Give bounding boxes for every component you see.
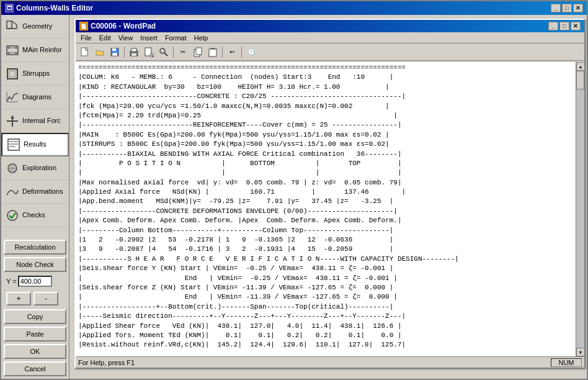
svg-rect-12	[9, 71, 16, 77]
menu-insert[interactable]: Insert	[136, 34, 161, 42]
stirrupps-label: Stirrupps	[22, 70, 50, 78]
scroll-up-arrow[interactable]: ▲	[576, 62, 584, 71]
inner-toolbar: ✂ ↩ 🕐	[76, 43, 584, 61]
sidebar-item-internal-force[interactable]: Internal Forc	[1, 109, 69, 133]
inner-menubar: File Edit View Insert Format Help	[76, 32, 584, 43]
sidebar-item-geometry[interactable]: Geometry	[1, 15, 69, 38]
open-button[interactable]	[93, 45, 107, 59]
plus-button[interactable]: +	[6, 292, 31, 305]
inner-close-button[interactable]: ✕	[571, 22, 581, 30]
cut-button[interactable]: ✂	[176, 45, 190, 59]
sidebar-item-stirrupps[interactable]: Stirrupps	[1, 62, 69, 86]
stirrupps-icon	[5, 66, 20, 81]
svg-rect-29	[112, 48, 116, 51]
diagrams-label: Diagrams	[22, 93, 51, 101]
svg-line-2	[12, 21, 17, 25]
sidebar-item-main-reinfor[interactable]: MAin Reinfor	[1, 38, 69, 62]
scroll-down-arrow[interactable]: ▼	[576, 348, 584, 356]
outer-titlebar: 🗔 Columns-Walls Editor _ □ ✕	[1, 1, 587, 15]
close-button[interactable]: ✕	[573, 4, 583, 12]
geometry-icon	[5, 19, 20, 34]
inner-titlebar: 📄 C00006 - WordPad _ □ ✕	[76, 20, 584, 32]
outer-window: 🗔 Columns-Walls Editor _ □ ✕ Geometry	[0, 0, 588, 380]
paste-button[interactable]: Paste	[4, 327, 66, 342]
svg-rect-18	[8, 139, 19, 150]
num-mode: NUM	[551, 358, 582, 367]
svg-rect-42	[209, 49, 216, 57]
svg-rect-40	[196, 48, 202, 55]
menu-file[interactable]: File	[77, 34, 96, 42]
copy-tb-button[interactable]	[191, 45, 205, 59]
checks-icon	[5, 208, 20, 223]
toolbar-separator-4	[241, 47, 242, 58]
minus-button[interactable]: -	[33, 292, 58, 305]
svg-point-26	[7, 210, 17, 220]
inner-titlebar-left: 📄 C00006 - WordPad	[79, 22, 156, 30]
y-label: Y =	[6, 278, 17, 285]
sidebar-item-exploration[interactable]: Exploration	[1, 156, 69, 180]
svg-point-37	[160, 48, 165, 53]
sidebar-item-results[interactable]: Results	[1, 133, 69, 156]
paste-tb-button[interactable]	[206, 45, 220, 59]
svg-line-38	[164, 53, 167, 56]
text-area[interactable]: ========================================…	[76, 62, 576, 356]
y-field-row: Y =	[4, 274, 66, 288]
maximize-button[interactable]: □	[562, 4, 572, 12]
toolbar-separator-1	[124, 47, 125, 58]
preview-button[interactable]	[142, 45, 156, 59]
scroll-thumb[interactable]	[576, 71, 584, 89]
recalculation-button[interactable]: Recalculation	[4, 240, 66, 255]
sidebar-item-checks[interactable]: Checks	[1, 204, 69, 227]
sidebar-buttons: Recalculation Node Check Y = + - Copy Pa…	[1, 237, 69, 379]
exploration-icon	[5, 161, 20, 176]
y-input[interactable]	[18, 276, 52, 287]
menu-format[interactable]: Format	[161, 34, 190, 42]
plus-minus-row: + -	[4, 291, 66, 307]
sidebar-item-diagrams[interactable]: Diagrams	[1, 86, 69, 109]
cancel-button[interactable]: Cancel	[4, 361, 66, 376]
save-button[interactable]	[108, 45, 122, 59]
minimize-button[interactable]: _	[551, 4, 561, 12]
new-button[interactable]	[78, 45, 92, 59]
inner-maximize-button[interactable]: □	[559, 22, 569, 30]
outer-window-title: Columns-Walls Editor	[16, 4, 93, 12]
geometry-label: Geometry	[22, 22, 52, 30]
outer-window-icon: 🗔	[5, 4, 14, 12]
inner-statusbar: For Help, press F1 NUM	[76, 356, 584, 368]
main-reinfor-label: MAin Reinfor	[22, 46, 62, 54]
svg-rect-32	[131, 48, 136, 52]
inner-content: ========================================…	[76, 62, 584, 356]
results-label: Results	[24, 140, 47, 148]
results-icon	[6, 137, 21, 152]
print-button[interactable]	[127, 45, 141, 59]
inner-win-controls: _ □ ✕	[548, 22, 581, 30]
time-button[interactable]: 🕐	[244, 45, 258, 59]
menu-edit[interactable]: Edit	[96, 34, 115, 42]
checks-label: Checks	[22, 211, 45, 219]
reinfor-icon	[5, 43, 20, 58]
toolbar-separator-2	[173, 47, 174, 58]
sidebar-item-deformations[interactable]: Deformations	[1, 180, 69, 204]
sidebar: Geometry MAin Reinfor	[1, 15, 69, 379]
main-area: 📄 C00006 - WordPad _ □ ✕ File Edit View …	[69, 15, 587, 379]
exploration-label: Exploration	[22, 164, 56, 172]
menu-help[interactable]: Help	[190, 34, 212, 42]
menu-view[interactable]: View	[115, 34, 137, 42]
inner-minimize-button[interactable]: _	[548, 22, 558, 30]
inner-window-title: C00006 - WordPad	[91, 22, 156, 30]
deformations-label: Deformations	[22, 188, 63, 196]
force-icon	[5, 114, 20, 129]
find-button[interactable]	[157, 45, 171, 59]
vertical-scrollbar[interactable]: ▲ ▼	[576, 62, 584, 356]
svg-marker-17	[11, 115, 14, 119]
svg-rect-11	[7, 69, 17, 79]
svg-rect-0	[7, 21, 12, 29]
diagrams-icon	[5, 90, 20, 105]
ok-button[interactable]: OK	[4, 344, 66, 359]
node-check-button[interactable]: Node Check	[4, 257, 66, 272]
copy-button[interactable]: Copy	[4, 309, 66, 324]
outer-win-controls: _ □ ✕	[551, 4, 583, 12]
wordpad-icon: 📄	[79, 22, 88, 30]
deformations-icon	[5, 184, 20, 199]
undo-button[interactable]: ↩	[225, 45, 239, 59]
